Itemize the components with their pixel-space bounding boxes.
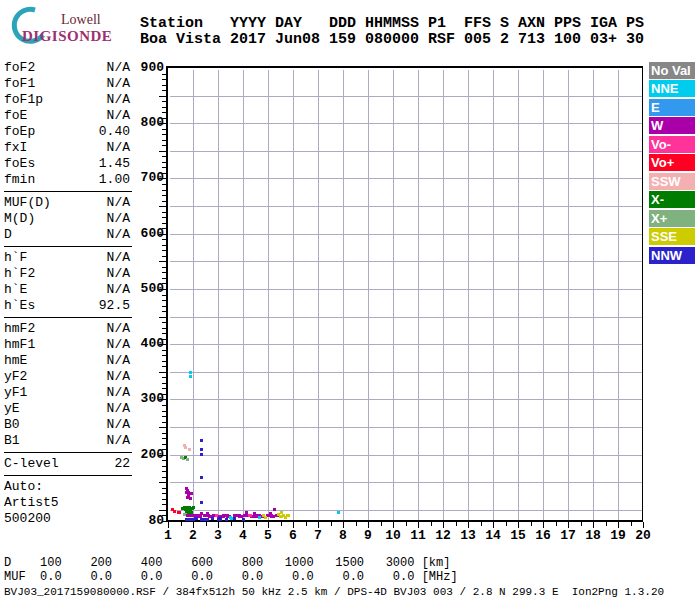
x-axis-label: 13 xyxy=(457,529,479,543)
y-axis-tick xyxy=(162,112,166,113)
y-axis-label: 900 xyxy=(133,61,164,75)
legend-entry-w: W xyxy=(649,117,695,134)
y-axis-tick xyxy=(162,388,166,389)
gridline-vertical xyxy=(518,70,519,520)
x-axis-label: 3 xyxy=(207,529,229,543)
y-axis-tick xyxy=(162,499,166,500)
muf-row: MUF 0.0 0.0 0.0 0.0 0.0 0.0 0.0 0.0 [MHz… xyxy=(4,570,458,584)
y-axis-tick xyxy=(162,438,166,439)
x-axis-label: 9 xyxy=(357,529,379,543)
y-axis-tick xyxy=(159,96,166,97)
legend-entry-nne: NNE xyxy=(649,80,695,97)
y-axis-tick xyxy=(162,190,166,191)
x-axis-tick xyxy=(231,522,232,526)
echo-point xyxy=(177,511,181,514)
echo-point xyxy=(215,514,218,517)
echo-point xyxy=(200,439,203,442)
echo-point xyxy=(184,446,187,449)
echo-point xyxy=(200,512,203,515)
echo-point xyxy=(186,458,189,461)
x-axis-label: 15 xyxy=(507,529,529,543)
y-axis-label: 600 xyxy=(133,227,164,241)
x-axis-tick xyxy=(381,522,382,526)
echo-point xyxy=(280,511,283,514)
y-axis-tick xyxy=(162,328,166,329)
y-axis-tick xyxy=(159,206,166,207)
x-axis-tick xyxy=(456,522,457,526)
legend-entry-vo-: Vo- xyxy=(649,136,695,153)
echo-point xyxy=(218,517,222,520)
y-axis-label: 400 xyxy=(133,337,164,351)
x-axis-label: 4 xyxy=(232,529,254,543)
echo-point xyxy=(286,514,290,517)
gridline-horizontal xyxy=(170,96,642,97)
y-axis-label: 700 xyxy=(133,171,164,185)
ionogram-viewer: Lowell DIGISONDE Station YYYY DAY DDD HH… xyxy=(0,0,700,600)
gridline-horizontal xyxy=(170,372,642,373)
y-axis-tick xyxy=(162,477,166,478)
status-line: BVJ03_2017159080000.RSF / 384fx512h 50 k… xyxy=(4,586,664,598)
y-axis-tick xyxy=(162,493,166,494)
y-axis-tick xyxy=(162,416,166,417)
legend-entry-nnw: NNW xyxy=(649,247,695,264)
echo-point xyxy=(230,517,233,520)
gridline-horizontal xyxy=(170,123,642,124)
gridline-vertical xyxy=(618,70,619,520)
y-axis-tick xyxy=(162,504,166,505)
echo-point xyxy=(189,375,192,378)
y-axis-tick xyxy=(162,377,166,378)
echo-point xyxy=(273,508,276,511)
y-axis-tick xyxy=(162,250,166,251)
y-axis-tick xyxy=(159,510,166,511)
echo-point xyxy=(189,371,192,374)
echo-point xyxy=(269,512,272,515)
y-axis-tick xyxy=(162,134,166,135)
legend-entry-x+: X+ xyxy=(649,210,695,227)
y-axis-tick xyxy=(162,201,166,202)
gridline-vertical xyxy=(193,70,194,520)
gridline-horizontal xyxy=(170,427,642,428)
y-axis-tick xyxy=(162,245,166,246)
y-axis-tick xyxy=(162,212,166,213)
gridline-vertical xyxy=(243,70,244,520)
x-axis-tick xyxy=(631,522,632,526)
y-axis-tick xyxy=(162,444,166,445)
y-axis-tick xyxy=(162,311,166,312)
x-axis-tick xyxy=(581,522,582,526)
gridline-horizontal xyxy=(170,482,642,483)
echo-point xyxy=(188,448,191,451)
y-axis-tick xyxy=(162,145,166,146)
echo-point xyxy=(200,448,203,451)
legend-entry-ssw: SSW xyxy=(649,173,695,190)
y-axis-tick xyxy=(162,422,166,423)
y-axis-tick xyxy=(159,427,166,428)
gridline-vertical xyxy=(368,70,369,520)
x-axis-tick xyxy=(331,522,332,526)
echo-point xyxy=(190,492,193,495)
x-axis-tick xyxy=(306,522,307,526)
gridline-vertical xyxy=(268,70,269,520)
x-axis-label: 7 xyxy=(307,529,329,543)
y-axis-tick xyxy=(162,167,166,168)
x-axis-tick xyxy=(431,522,432,526)
x-axis-tick xyxy=(206,522,207,526)
x-axis-label: 20 xyxy=(632,529,654,543)
y-axis-tick xyxy=(162,217,166,218)
y-axis-tick xyxy=(162,107,166,108)
echo-point xyxy=(189,497,192,500)
x-axis-label: 19 xyxy=(607,529,629,543)
echo-point xyxy=(194,517,198,520)
y-axis-tick xyxy=(162,156,166,157)
gridline-horizontal xyxy=(170,178,642,179)
x-axis-label: 16 xyxy=(532,529,554,543)
distance-row: D 100 200 400 600 800 1000 1500 3000 [km… xyxy=(4,556,450,570)
y-axis-tick xyxy=(162,79,166,80)
legend-entry-x-: X- xyxy=(649,191,695,208)
y-axis-tick xyxy=(162,140,166,141)
y-axis-label: 80 xyxy=(133,514,164,528)
echo-point xyxy=(206,512,209,515)
y-axis-tick xyxy=(162,322,166,323)
gridline-horizontal xyxy=(170,399,642,400)
y-axis-tick xyxy=(162,267,166,268)
echo-point xyxy=(211,517,214,520)
